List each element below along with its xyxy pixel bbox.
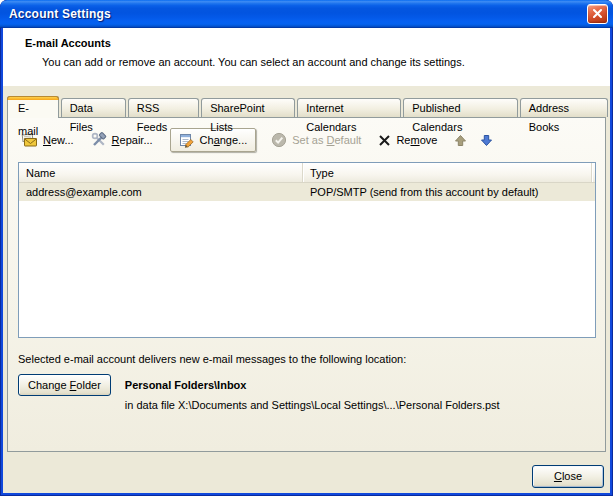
close-window-button[interactable] (587, 4, 608, 24)
page-description: You can add or remove an account. You ca… (42, 56, 610, 68)
change-folder-button[interactable]: Change Folder (18, 374, 111, 396)
window-title: Account Settings (0, 0, 613, 21)
dialog-body: E-mail Accounts You can add or remove an… (3, 28, 610, 493)
accounts-list: Name Type address@example.com POP/SMTP (… (18, 162, 596, 338)
delivery-location: Personal Folders\Inbox (125, 379, 500, 391)
delivery-data-file: in data file X:\Documents and Settings\L… (125, 399, 500, 411)
account-settings-window: Account Settings E-mail Accounts You can… (0, 0, 613, 496)
tab-published-calendars[interactable]: Published Calendars (403, 98, 517, 117)
check-circle-icon (271, 132, 287, 148)
tab-sharepoint-lists[interactable]: SharePoint Lists (201, 98, 295, 117)
delivery-note: Selected e-mail account delivers new e-m… (18, 353, 605, 365)
close-icon (592, 5, 603, 23)
title-bar[interactable]: Account Settings (0, 0, 613, 28)
repair-tools-icon (91, 132, 107, 148)
account-type-cell: POP/SMTP (send from this account by defa… (303, 183, 595, 201)
tab-address-books[interactable]: Address Books (520, 98, 608, 117)
move-down-button[interactable] (480, 134, 493, 147)
account-row[interactable]: address@example.com POP/SMTP (send from … (19, 183, 595, 201)
tab-email[interactable]: E-mail (7, 96, 59, 118)
header-band: E-mail Accounts You can add or remove an… (3, 28, 610, 86)
new-label: New... (43, 134, 74, 146)
account-name-cell: address@example.com (19, 183, 303, 201)
remove-x-icon (378, 134, 391, 147)
down-arrow-icon (480, 134, 493, 147)
change-form-icon (179, 132, 195, 148)
tab-data-files[interactable]: Data Files (61, 98, 126, 117)
close-button[interactable]: Close (532, 465, 604, 488)
column-header-type[interactable]: Type (303, 163, 592, 182)
page-title: E-mail Accounts (25, 37, 610, 49)
tab-internet-calendars[interactable]: Internet Calendars (297, 98, 401, 117)
tab-rss-feeds[interactable]: RSS Feeds (128, 98, 199, 117)
delivery-location-block: Personal Folders\Inbox in data file X:\D… (125, 374, 500, 411)
dialog-footer: Close (3, 452, 610, 493)
column-header-name[interactable]: Name (19, 163, 303, 182)
list-header: Name Type (19, 163, 595, 183)
tabs-bar: E-mail Data Files RSS Feeds SharePoint L… (7, 95, 610, 117)
email-tab-panel: New... Repair... (7, 117, 606, 452)
delivery-row: Change Folder Personal Folders\Inbox in … (18, 374, 605, 411)
